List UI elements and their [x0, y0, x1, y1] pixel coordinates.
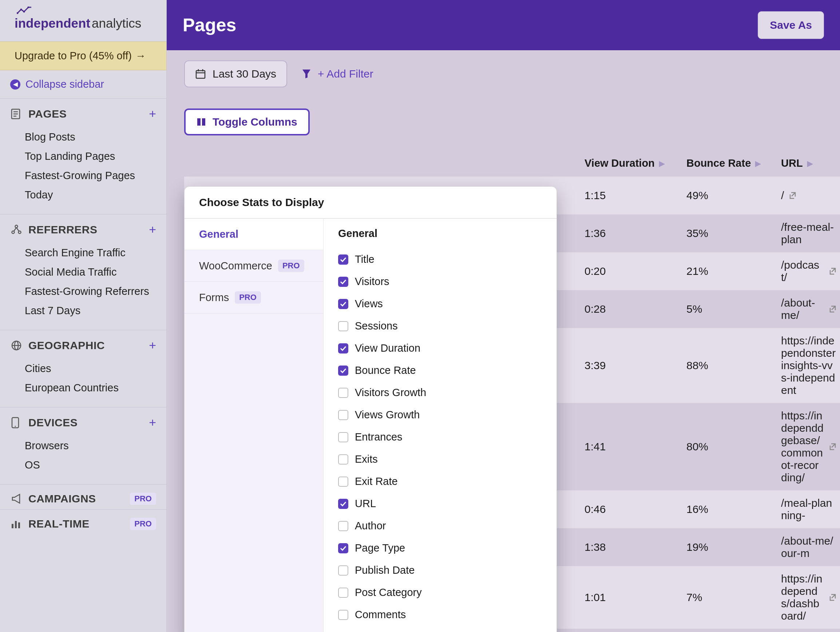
- checkbox-label: Comments: [355, 609, 406, 621]
- sidebar-item-referrers-3[interactable]: Last 7 Days: [0, 301, 166, 321]
- checkbox-label: Sessions: [355, 320, 398, 332]
- sidebar-item-pages-2[interactable]: Fastest-Growing Pages: [0, 166, 166, 185]
- checkbox[interactable]: [338, 566, 348, 575]
- cell-url[interactable]: /about-me/: [781, 297, 840, 321]
- svg-point-17: [15, 426, 16, 427]
- cell-bounce-rate: 16%: [687, 503, 781, 515]
- checkbox-label: Publish Date: [355, 564, 415, 576]
- toggle-columns-button[interactable]: Toggle Columns: [184, 109, 310, 136]
- section-header-realtime[interactable]: REAL-TIME PRO: [0, 509, 166, 534]
- cell-url[interactable]: https://independdgebase/commonot-recordi…: [781, 409, 840, 484]
- sidebar-item-referrers-1[interactable]: Social Media Traffic: [0, 262, 166, 282]
- date-range-button[interactable]: Last 30 Days: [184, 60, 287, 87]
- column-option-bounce-rate[interactable]: Bounce Rate: [338, 359, 542, 382]
- svg-line-11: [14, 228, 16, 231]
- add-devices-report[interactable]: +: [149, 416, 156, 430]
- column-option-author[interactable]: Author: [338, 515, 542, 537]
- calendar-icon: [195, 68, 206, 79]
- svg-rect-25: [197, 118, 201, 126]
- add-filter-button[interactable]: + Add Filter: [302, 68, 373, 80]
- popover-tabs: GeneralWooCommercePROFormsPRO: [185, 219, 324, 632]
- svg-point-10: [19, 231, 21, 233]
- checkbox-label: Visitors: [355, 276, 389, 288]
- sidebar-item-devices-1[interactable]: OS: [0, 455, 166, 475]
- column-option-url[interactable]: URL: [338, 493, 542, 515]
- header-view-duration[interactable]: View Duration▶: [584, 157, 687, 169]
- column-option-views-growth[interactable]: Views Growth: [338, 404, 542, 426]
- checkbox[interactable]: [338, 499, 348, 509]
- cell-view-duration: 0:46: [584, 503, 687, 515]
- checkbox[interactable]: [338, 254, 348, 265]
- pages-icon: [11, 109, 21, 119]
- sidebar-item-pages-1[interactable]: Top Landing Pages: [0, 147, 166, 166]
- checkbox[interactable]: [338, 477, 348, 487]
- checkbox[interactable]: [338, 388, 348, 398]
- cell-url[interactable]: https://independs/dashboard/: [781, 573, 840, 622]
- checkbox[interactable]: [338, 321, 348, 331]
- column-option-view-duration[interactable]: View Duration: [338, 337, 542, 359]
- date-range-label: Last 30 Days: [213, 68, 276, 80]
- column-option-visitors[interactable]: Visitors: [338, 270, 542, 293]
- column-option-comments[interactable]: Comments: [338, 604, 542, 626]
- svg-rect-26: [202, 118, 205, 126]
- sidebar-item-pages-0[interactable]: Blog Posts: [0, 127, 166, 147]
- popover-tab-woocommerce[interactable]: WooCommercePRO: [185, 250, 323, 282]
- checkbox[interactable]: [338, 410, 348, 420]
- column-option-exits[interactable]: Exits: [338, 448, 542, 470]
- column-option-views[interactable]: Views: [338, 293, 542, 315]
- sidebar-item-geographic-0[interactable]: Cities: [0, 359, 166, 378]
- column-option-sessions[interactable]: Sessions: [338, 315, 542, 337]
- checkbox[interactable]: [338, 454, 348, 465]
- globe-icon: [11, 340, 21, 351]
- checkbox-label: Entrances: [355, 431, 403, 443]
- checkbox[interactable]: [338, 432, 348, 442]
- sidebar-item-referrers-0[interactable]: Search Engine Traffic: [0, 243, 166, 262]
- header-bounce-rate[interactable]: Bounce Rate▶: [687, 157, 781, 169]
- checkbox[interactable]: [338, 299, 348, 309]
- column-option-publish-date[interactable]: Publish Date: [338, 559, 542, 581]
- section-header-campaigns[interactable]: CAMPAIGNS PRO: [0, 484, 166, 509]
- header-url[interactable]: URL▶: [781, 157, 840, 169]
- checkbox-label: Exit Rate: [355, 476, 398, 487]
- svg-line-12: [16, 228, 19, 231]
- column-option-entrances[interactable]: Entrances: [338, 426, 542, 448]
- add-geographic-report[interactable]: +: [149, 338, 156, 352]
- pro-badge: PRO: [235, 291, 261, 303]
- upgrade-banner[interactable]: Upgrade to Pro (45% off) →: [0, 41, 166, 70]
- add-referrers-report[interactable]: +: [149, 223, 156, 237]
- sidebar-item-geographic-1[interactable]: European Countries: [0, 378, 166, 398]
- add-pages-report[interactable]: +: [149, 107, 156, 121]
- sidebar-item-pages-3[interactable]: Today: [0, 185, 166, 205]
- cell-url[interactable]: /free-meal-plan: [781, 221, 840, 246]
- cell-url[interactable]: /podcast/: [781, 259, 840, 284]
- cell-view-duration: 0:28: [584, 303, 687, 315]
- column-option-exit-rate[interactable]: Exit Rate: [338, 470, 542, 493]
- popover-tab-forms[interactable]: FormsPRO: [185, 282, 323, 313]
- cell-url[interactable]: /about-me/our-m: [781, 535, 840, 559]
- collapse-sidebar[interactable]: ◀ Collapse sidebar: [0, 70, 166, 98]
- checkbox[interactable]: [338, 610, 348, 620]
- checkbox[interactable]: [338, 588, 348, 598]
- column-option-page-type[interactable]: Page Type: [338, 537, 542, 559]
- sidebar-item-devices-0[interactable]: Browsers: [0, 436, 166, 455]
- column-option-post-category[interactable]: Post Category: [338, 581, 542, 604]
- cell-view-duration: 1:38: [584, 541, 687, 553]
- cell-url[interactable]: /meal-planning-: [781, 497, 840, 522]
- popover-tab-general[interactable]: General: [185, 219, 323, 250]
- checkbox[interactable]: [338, 343, 348, 354]
- checkbox-label: Post Category: [355, 586, 422, 599]
- external-link-icon: [828, 443, 836, 451]
- logo-text-bold: independent: [14, 16, 90, 31]
- column-option-visitors-growth[interactable]: Visitors Growth: [338, 382, 542, 404]
- checkbox[interactable]: [338, 543, 348, 553]
- cell-url[interactable]: https://independonsterinsights-vvs-indep…: [781, 335, 840, 397]
- checkbox-label: Page Type: [355, 542, 405, 554]
- checkbox[interactable]: [338, 365, 348, 376]
- checkbox[interactable]: [338, 521, 348, 531]
- cell-view-duration: 3:39: [584, 359, 687, 372]
- cell-url[interactable]: /: [781, 189, 840, 202]
- checkbox[interactable]: [338, 276, 348, 287]
- sidebar-item-referrers-2[interactable]: Fastest-Growing Referrers: [0, 282, 166, 301]
- column-option-title[interactable]: Title: [338, 248, 542, 270]
- save-as-button[interactable]: Save As: [758, 11, 824, 39]
